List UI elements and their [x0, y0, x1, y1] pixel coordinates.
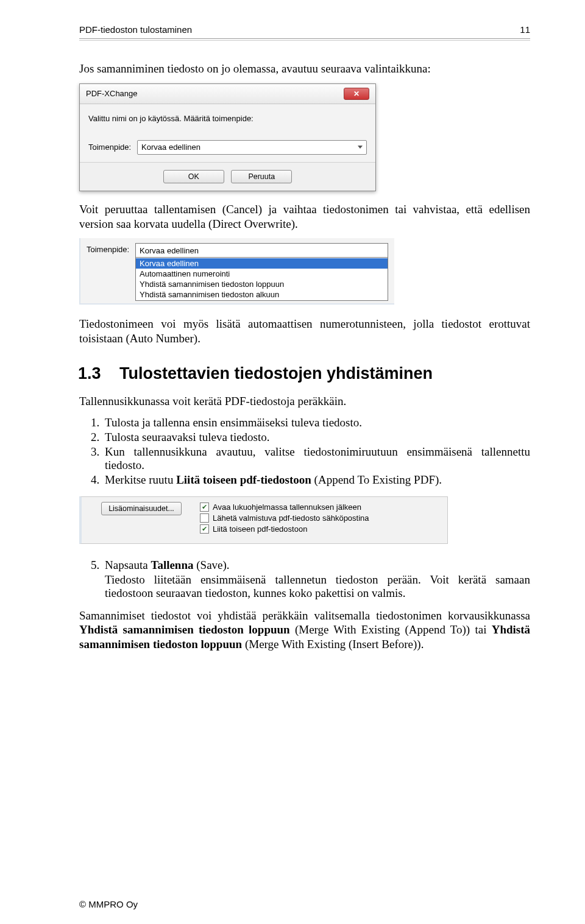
dialog-title: PDF-XChange: [86, 89, 138, 98]
intro-paragraph: Jos samanniminen tiedosto on jo olemassa…: [79, 62, 530, 76]
checkbox-label: Lähetä valmistuva pdf-tiedosto sähköpost…: [213, 513, 369, 523]
steps-list-2: Napsauta Tallenna (Save). Tiedosto liite…: [79, 559, 530, 600]
dropdown-option[interactable]: Yhdistä samannimisen tiedoston loppuun: [136, 279, 388, 289]
list-item: Kun tallennusikkuna avautuu, valitse tie…: [102, 445, 530, 472]
checkbox-row[interactable]: Lähetä valmistuva pdf-tiedosto sähköpost…: [200, 513, 369, 524]
dialog-titlebar: PDF-XChange ✕: [80, 84, 375, 104]
save-options-panel: Lisäominaisuudet... ✔ Avaa lukuohjelmass…: [79, 496, 448, 544]
checkbox-icon: ✔: [200, 524, 209, 534]
header-title: PDF-tiedoston tulostaminen: [79, 24, 192, 35]
checkbox-icon: ✔: [200, 503, 209, 512]
checkbox-label: Liitä toiseen pdf-tiedostoon: [213, 524, 307, 534]
dropdown-option[interactable]: Yhdistä samannimisen tiedoston alkuun: [136, 289, 388, 300]
dropdown-option[interactable]: Korvaa edellinen: [136, 258, 388, 269]
close-icon[interactable]: ✕: [344, 88, 369, 100]
page-header: PDF-tiedoston tulostaminen 11: [79, 24, 530, 38]
section-number: 1.3: [78, 364, 119, 383]
para-after-dialog1: Voit peruuttaa tallentamisen (Cancel) ja…: [79, 202, 530, 231]
list-item: Tulosta ja tallenna ensin ensimmäiseksi …: [102, 416, 530, 429]
header-page-number: 11: [520, 24, 530, 35]
checkbox-row[interactable]: ✔ Avaa lukuohjelmassa tallennuksen jälke…: [200, 502, 369, 513]
action-dropdown-value: Korvaa edellinen: [141, 143, 200, 152]
dropdown-selected[interactable]: Korvaa edellinen: [135, 243, 388, 258]
footer-copyright: © MMPRO Oy: [79, 899, 138, 909]
step-detail: Tiedosto liitetään ensimmäisenä tallenne…: [105, 573, 530, 600]
section-title: Tulostettavien tiedostojen yhdistäminen: [119, 364, 433, 383]
steps-list-1: Tulosta ja tallenna ensin ensimmäiseksi …: [79, 416, 530, 487]
list-item: Tulosta seuraavaksi tuleva tiedosto.: [102, 431, 530, 444]
header-rule: [79, 38, 530, 41]
cancel-button[interactable]: Peruuta: [231, 170, 292, 183]
list-item: Merkitse ruutu Liitä toiseen pdf-tiedost…: [102, 473, 530, 487]
para-after-dialog2: Tiedostonimeen voi myös lisätä automaatt…: [79, 317, 530, 346]
section-heading: 1.3Tulostettavien tiedostojen yhdistämin…: [78, 364, 530, 383]
chevron-down-icon: [358, 146, 363, 149]
dropdown-list: Korvaa edellinen Automaattinen numeroint…: [135, 258, 388, 301]
dropdown-option[interactable]: Automaattinen numerointi: [136, 269, 388, 279]
checkbox-icon: [200, 513, 209, 523]
action-dropdown-open: Toimenpide: Korvaa edellinen ➤ Korvaa ed…: [79, 238, 394, 305]
overwrite-dialog: PDF-XChange ✕ Valittu nimi on jo käytöss…: [79, 83, 376, 191]
ok-button[interactable]: OK: [163, 170, 224, 183]
checkbox-row[interactable]: ✔ Liitä toiseen pdf-tiedostoon: [200, 524, 369, 535]
advanced-button[interactable]: Lisäominaisuudet...: [101, 502, 182, 515]
action-field-label: Toimenpide:: [88, 143, 131, 152]
list-item: Napsauta Tallenna (Save). Tiedosto liite…: [102, 559, 530, 600]
action-dropdown[interactable]: Korvaa edellinen: [137, 140, 367, 155]
action-field-label-2: Toimenpide:: [87, 243, 129, 254]
section-intro: Tallennusikkunassa voit kerätä PDF-tiedo…: [79, 394, 530, 409]
dialog-message: Valittu nimi on jo käytössä. Määritä toi…: [88, 114, 367, 123]
final-paragraph: Samannimiset tiedostot voi yhdistää perä…: [79, 608, 530, 652]
checkbox-label: Avaa lukuohjelmassa tallennuksen jälkeen: [213, 503, 361, 512]
